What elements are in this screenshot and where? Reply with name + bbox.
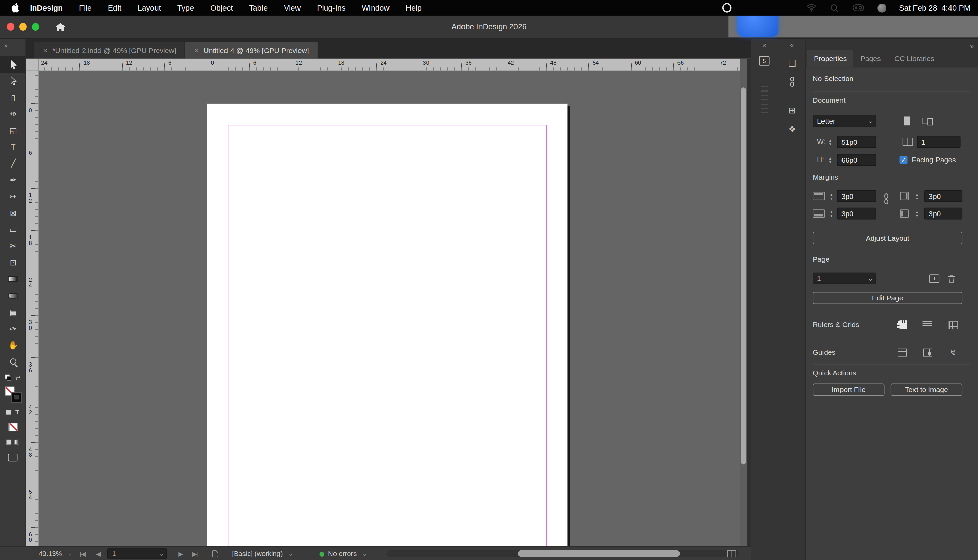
hand-tool[interactable]: ✋ [0,337,26,353]
line-tool[interactable]: ╱ [0,155,26,172]
apply-none-button[interactable] [8,422,17,431]
bottom-margin-stepper[interactable]: ▲▼ [828,208,835,220]
smart-guides-button[interactable]: ↯ [945,346,960,358]
apply-color-button[interactable] [6,439,11,444]
menu-item-help[interactable]: Help [406,3,422,12]
search-icon[interactable] [830,3,839,12]
menu-bar-clock[interactable]: Sat Feb 28 4:40 PM [899,3,971,12]
frame-tool[interactable]: ⊠ [0,205,26,221]
link-margins-icon[interactable] [882,193,891,204]
import-file-button[interactable]: Import File [813,383,884,396]
tab-pages[interactable]: Pages [853,50,887,67]
control-center-icon[interactable] [853,4,864,11]
horizontal-scrollbar[interactable] [387,550,739,557]
preflight-profile-menu[interactable]: [Basic] (working) ⌄ [232,547,293,560]
split-layout-view-icon[interactable] [728,550,736,557]
screen-mode-button[interactable] [8,453,18,461]
document-tab[interactable]: ×Untitled-4 @ 49% [GPU Preview] [185,42,318,59]
apply-gradient-button[interactable] [14,439,19,444]
bottom-margin-field[interactable]: 3p0 [837,208,876,220]
pen-tool[interactable]: ✒ [0,172,26,188]
menu-item-table[interactable]: Table [249,3,268,12]
zoom-tool[interactable] [0,353,26,370]
top-margin-stepper[interactable]: ▲▼ [828,190,835,202]
eyedropper-tool[interactable]: ✑ [0,320,26,337]
page-size-dropdown[interactable]: Letter ⌄ [813,115,876,127]
menu-item-object[interactable]: Object [210,3,233,12]
document-grid-button[interactable] [945,319,960,331]
horizontal-ruler[interactable]: 2418126061218243036424854606672 [39,59,739,71]
pencil-tool[interactable]: ✏ [0,188,26,205]
baseline-grid-button[interactable] [920,319,935,331]
app-menu-name[interactable]: InDesign [30,3,63,12]
direct-selection-tool[interactable] [0,73,26,89]
portrait-orientation-button[interactable] [900,115,915,127]
tab-cc-libraries[interactable]: CC Libraries [888,50,941,67]
tab-close-icon[interactable]: × [43,46,48,55]
first-page-button[interactable]: |◀ [80,547,85,560]
links-panel-icon[interactable] [778,73,806,90]
cc-libraries-panel-icon[interactable]: ❖ [778,121,806,137]
formatting-affects-text-icon[interactable]: T [15,408,19,415]
previous-page-button[interactable]: ◀ [96,547,100,560]
last-page-button[interactable]: ▶| [192,547,197,560]
column-guides-button[interactable] [920,346,935,358]
gap-tool[interactable]: ⇹ [0,105,26,122]
rectangle-tool[interactable]: ▭ [0,221,26,238]
add-page-button[interactable]: + [930,274,939,283]
menu-item-type[interactable]: Type [177,3,194,12]
height-field[interactable]: 66p0 [837,154,876,166]
creative-cloud-icon[interactable] [723,3,732,13]
vertical-scrollbar-thumb[interactable] [741,87,746,464]
layers-panel-icon[interactable]: ❏ [778,55,806,71]
tab-properties[interactable]: Properties [807,50,854,67]
expand-panels-icon[interactable]: « [751,39,778,51]
height-stepper[interactable]: ▲▼ [826,154,834,166]
scissors-tool[interactable]: ✂ [0,238,26,255]
right-margin-field[interactable]: 3p0 [925,190,962,202]
selection-tool[interactable] [0,56,26,73]
minimize-button[interactable] [19,23,27,30]
menu-item-file[interactable]: File [79,3,92,12]
landscape-orientation-button[interactable] [919,115,934,127]
free-transform-tool[interactable]: ⊡ [0,254,26,271]
swap-fill-stroke-icon[interactable]: ⇄ [15,374,20,381]
vertical-ruler[interactable]: 061 21 82 43 03 64 24 85 46 0 [26,71,39,546]
zoom-window-button[interactable] [32,23,39,30]
text-to-image-button[interactable]: Text to Image [891,383,962,396]
vertical-scrollbar[interactable] [739,59,747,546]
collapse-dock-icon[interactable]: » [970,42,974,50]
gradient-swatch-tool[interactable] [0,271,26,287]
left-margin-field[interactable]: 3p0 [925,208,962,220]
ruler-origin-box[interactable] [26,59,39,71]
horizontal-scrollbar-thumb[interactable] [517,550,680,557]
menu-item-view[interactable]: View [284,3,300,12]
content-collector-tool[interactable]: ◱ [0,122,26,139]
margin-guides-button[interactable] [895,346,910,358]
document-tab[interactable]: ×*Untitled-2.indd @ 49% [GPU Preview] [34,42,185,59]
pages-count-field[interactable]: 1 [917,136,961,148]
right-margin-stepper[interactable]: ▲▼ [913,190,921,202]
pages-panel-icon[interactable]: 5 [759,56,769,65]
page-tool[interactable]: ▯ [0,89,26,106]
type-tool[interactable]: T [0,139,26,155]
menu-item-window[interactable]: Window [362,3,389,12]
note-tool[interactable]: ▤ [0,304,26,320]
menu-item-edit[interactable]: Edit [108,3,122,12]
menu-item-plug-ins[interactable]: Plug-Ins [317,3,345,12]
next-page-button[interactable]: ▶ [178,547,182,560]
default-fill-stroke-icon[interactable] [5,375,11,381]
apple-menu-icon[interactable] [11,3,19,13]
gradient-feather-tool[interactable] [0,287,26,304]
home-icon[interactable] [55,23,65,31]
pasteboard[interactable] [39,71,739,546]
stroke-swatch[interactable] [12,392,21,402]
swatches-panel-icon[interactable]: ⊞ [778,102,806,118]
menu-item-layout[interactable]: Layout [137,3,161,12]
adjust-layout-button[interactable]: Adjust Layout [813,232,962,244]
edit-page-button[interactable]: Edit Page [813,292,962,305]
width-stepper[interactable]: ▲▼ [826,136,834,148]
rulers-toggle-button[interactable] [895,319,910,331]
document-page[interactable] [207,103,568,546]
page-number-field[interactable]: 1 ⌄ [107,548,167,558]
